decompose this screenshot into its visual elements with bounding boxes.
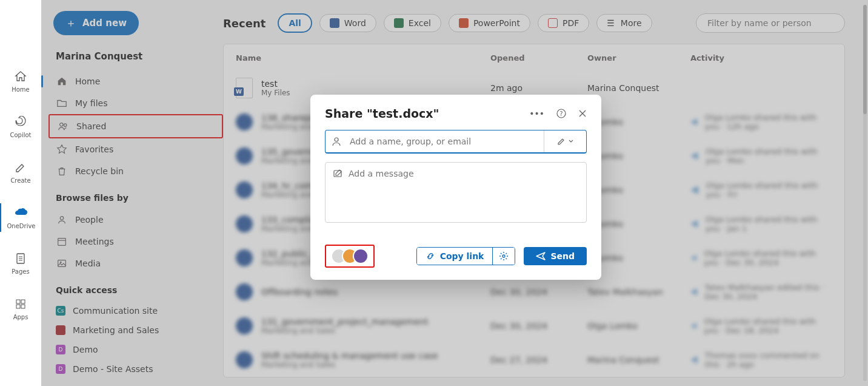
svg-point-17 <box>335 138 338 141</box>
pencil-icon <box>13 160 28 175</box>
rail-create[interactable]: Create <box>0 158 41 186</box>
apps-icon <box>13 297 28 311</box>
send-button[interactable]: Send <box>524 247 587 265</box>
copy-link-group: Copy link <box>416 247 516 265</box>
svg-rect-7 <box>21 305 25 308</box>
copilot-icon <box>13 115 28 129</box>
pages-icon <box>13 251 28 266</box>
share-modal: Share "test.docx" ••• ? Copy link <box>310 95 601 280</box>
close-icon[interactable] <box>578 109 587 118</box>
pencil-icon <box>557 137 566 146</box>
svg-point-19 <box>502 255 505 257</box>
person-icon <box>326 130 347 152</box>
onedrive-icon <box>14 206 28 220</box>
avatar <box>353 248 369 264</box>
message-box <box>325 162 587 223</box>
rail-copilot-label: Copilot <box>10 132 31 138</box>
rail-pages-label: Pages <box>12 268 29 275</box>
rail-home-label: Home <box>12 86 30 93</box>
app-rail: Home Copilot Create OneDrive Pages Apps <box>0 0 41 386</box>
message-icon <box>333 169 342 178</box>
chevron-down-icon <box>568 138 574 144</box>
rail-apps[interactable]: Apps <box>0 294 41 323</box>
svg-text:?: ? <box>559 110 563 117</box>
rail-apps-label: Apps <box>13 314 28 320</box>
send-label: Send <box>550 251 575 261</box>
rail-onedrive-label: OneDrive <box>7 223 35 229</box>
link-settings-button[interactable] <box>492 248 515 265</box>
link-icon <box>426 251 435 261</box>
svg-rect-6 <box>16 305 20 308</box>
home-icon <box>13 69 28 84</box>
permission-dropdown[interactable] <box>544 130 586 152</box>
copy-link-button[interactable]: Copy link <box>417 248 493 265</box>
send-icon <box>536 251 546 261</box>
help-icon[interactable]: ? <box>556 109 566 118</box>
modal-title: Share "test.docx" <box>325 107 439 120</box>
more-icon[interactable]: ••• <box>529 109 544 118</box>
message-input[interactable] <box>349 169 579 216</box>
svg-rect-5 <box>21 300 25 303</box>
rail-create-label: Create <box>10 177 30 184</box>
recipient-input[interactable] <box>347 130 544 152</box>
recipient-input-group <box>325 130 587 154</box>
svg-rect-4 <box>16 300 20 303</box>
rail-pages[interactable]: Pages <box>0 249 41 277</box>
rail-onedrive[interactable]: OneDrive <box>0 203 41 232</box>
copy-link-label: Copy link <box>440 251 484 261</box>
rail-copilot[interactable]: Copilot <box>0 112 41 141</box>
gear-icon <box>499 251 509 261</box>
rail-home[interactable]: Home <box>0 67 41 95</box>
shared-with-avatars[interactable] <box>325 245 375 268</box>
